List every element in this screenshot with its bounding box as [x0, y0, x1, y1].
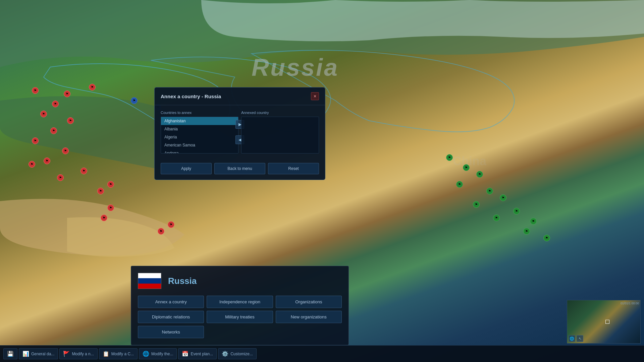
flag-stripe-white [138, 273, 161, 278]
unit-icon: ⚑ [44, 158, 50, 164]
countries-to-annex-col: Countries to annex Afghanistan Albania A… [161, 111, 238, 154]
col-separator: ▶ ◀ [238, 111, 241, 154]
country-list-item-algeria[interactable]: Algeria [161, 133, 238, 141]
taskbar-modify-t-label: Modify the... [151, 352, 173, 356]
country-list[interactable]: Afghanistan Albania Algeria American Sam… [161, 117, 238, 154]
country-list-item-afghanistan[interactable]: Afghanistan [161, 117, 238, 125]
taskbar-general-label: General da... [31, 352, 54, 356]
unit-icon: ⚑ [101, 215, 107, 221]
right-col-header: Annexed country [241, 111, 319, 115]
taskbar-event-plan-label: Event plan... [191, 352, 213, 356]
calendar-icon: 📅 [182, 351, 189, 357]
unit-icon: ⚑ [57, 174, 64, 181]
unit-icon: ⚑ [446, 154, 453, 161]
modal-close-button[interactable]: × [311, 92, 319, 100]
flag-stripe-blue [138, 278, 161, 283]
taskbar-event-plan-button[interactable]: 📅 Event plan... [178, 348, 217, 359]
unit-icon: ⚑ [107, 204, 114, 211]
bottom-panel: Russia Annex a country Independence regi… [131, 266, 349, 345]
save-icon: 💾 [7, 351, 14, 357]
unit-icon: ⚑ [64, 90, 70, 97]
unit-icon: ⚑ [62, 147, 69, 154]
taskbar-general-data-button[interactable]: 📊 General da... [19, 348, 58, 359]
networks-button[interactable]: Networks [138, 326, 204, 338]
unit-icon: ⚑ [32, 137, 39, 144]
annex-country-button[interactable]: Annex a country [138, 296, 204, 308]
unit-icon: ⚑ [40, 111, 47, 117]
unit-icon: ⚑ [500, 194, 506, 201]
independence-region-button[interactable]: Independence region [207, 296, 273, 308]
taskbar-modify-n-button[interactable]: 🚩 Modify a n... [59, 348, 97, 359]
minimap-controls: 🌐 ↖ [569, 335, 583, 342]
bottom-panel-header: Russia [138, 273, 342, 289]
bottom-panel-buttons: Annex a country Independence region Orga… [138, 296, 342, 338]
new-organizations-button[interactable]: New organizations [276, 311, 342, 323]
taskbar-modify-c-label: Modify a C... [111, 352, 134, 356]
country-list-item-american-samoa[interactable]: American Samoa [161, 141, 238, 149]
taskbar-save-button[interactable]: 💾 [3, 348, 17, 359]
reset-button[interactable]: Reset [268, 163, 319, 174]
chart-icon: 📊 [22, 351, 29, 357]
unit-icon: ⚑ [476, 171, 483, 178]
annexed-country-col: Annexed country [241, 111, 319, 154]
minimap: 01/01/1 00:00 🌐 ↖ [567, 300, 641, 344]
minimap-cursor-button[interactable]: ↖ [577, 335, 583, 342]
flag-stripe-red [138, 284, 161, 289]
taskbar-modify-c-button[interactable]: 📋 Modify a C... [99, 348, 138, 359]
taskbar-modify-n-label: Modify a n... [72, 352, 94, 356]
apply-button[interactable]: Apply [161, 163, 212, 174]
country-name: Russia [168, 276, 197, 286]
minimap-date: 01/01/1 00:00 [621, 302, 639, 305]
modal-body: Countries to annex Afghanistan Albania A… [155, 105, 325, 159]
russia-flag [138, 273, 161, 289]
unit-icon: ⚑ [97, 188, 104, 194]
clipboard-icon: 📋 [103, 351, 109, 357]
modal-columns: Countries to annex Afghanistan Albania A… [161, 111, 319, 154]
taskbar-modify-t-button[interactable]: 🌐 Modify the... [139, 348, 177, 359]
unit-icon: ⚑ [486, 188, 493, 194]
military-treaties-button[interactable]: Military treaties [207, 311, 273, 323]
taskbar-customize-label: Customize... [230, 352, 253, 356]
taskbar-customize-button[interactable]: ⚙️ Customize... [218, 348, 257, 359]
unit-icon: ⚑ [67, 117, 74, 124]
unit-icon: ⚑ [52, 101, 59, 107]
unit-icon: ⚑ [543, 235, 550, 241]
unit-icon: ⚑ [456, 181, 463, 188]
organizations-button[interactable]: Organizations [276, 296, 342, 308]
unit-icon: ⚑ [80, 168, 87, 174]
gear-icon: ⚙️ [222, 351, 228, 357]
unit-icon: ⚑ [523, 228, 530, 235]
flag-icon: 🚩 [63, 351, 70, 357]
annex-modal: Annex a country - Russia × Countries to … [154, 87, 325, 180]
unit-icon: ⚑ [473, 201, 480, 208]
left-col-header: Countries to annex [161, 111, 238, 115]
minimap-globe-button[interactable]: 🌐 [569, 335, 575, 342]
unit-icon: ⚑ [32, 87, 39, 94]
unit-icon: ⚑ [463, 164, 470, 171]
unit-icon: ⚑ [89, 84, 96, 90]
unit-icon: ⚑ [158, 228, 164, 235]
country-list-item-albania[interactable]: Albania [161, 125, 238, 133]
unit-icon: ⚑ [131, 97, 138, 104]
annexed-country-list[interactable] [241, 117, 319, 154]
diplomatic-relations-button[interactable]: Diplomatic relations [138, 311, 204, 323]
unit-icon: ⚑ [493, 215, 500, 221]
modal-footer: Apply Back to menu Reset [155, 159, 325, 180]
modal-header: Annex a country - Russia × [155, 87, 325, 105]
country-list-item-andorra[interactable]: Andorra [161, 149, 238, 154]
back-to-menu-button[interactable]: Back to menu [214, 163, 265, 174]
globe-icon: 🌐 [143, 351, 149, 357]
modal-title: Annex a country - Russia [161, 94, 221, 99]
unit-icon: ⚑ [107, 181, 114, 188]
unit-icon: ⚑ [530, 218, 537, 225]
taskbar: 💾 📊 General da... 🚩 Modify a n... 📋 Modi… [0, 345, 644, 362]
unit-icon: ⚑ [168, 221, 174, 228]
minimap-crosshair [605, 320, 609, 324]
unit-icon: ⚑ [513, 208, 520, 215]
unit-icon: ⚑ [50, 127, 57, 134]
unit-icon: ⚑ [29, 161, 35, 168]
